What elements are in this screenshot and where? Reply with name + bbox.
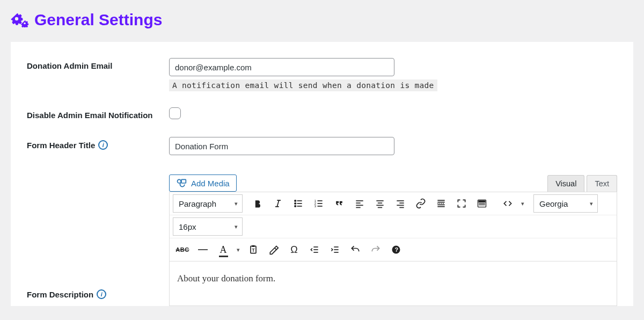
link-button[interactable] [411,194,430,213]
disable-notification-checkbox[interactable] [169,107,181,119]
font-size-select[interactable]: 16px [173,217,243,236]
paste-text-button[interactable]: T [244,241,263,259]
admin-email-input[interactable] [169,58,394,76]
text-color-dropdown-button[interactable]: ▾ [234,246,243,253]
align-center-button[interactable] [370,194,390,213]
svg-rect-36 [484,201,485,202]
tab-visual[interactable]: Visual [547,175,584,192]
special-character-button[interactable]: Ω [284,241,304,259]
bullet-list-button[interactable] [289,194,308,213]
bold-button[interactable] [248,194,267,213]
tab-text[interactable]: Text [587,175,617,192]
info-icon[interactable]: i [98,140,108,150]
svg-rect-35 [481,201,482,202]
svg-point-2 [178,179,181,183]
info-icon[interactable]: i [97,289,106,299]
row-disable-notification: Disable Admin Email Notification [27,107,617,121]
horizontal-rule-button[interactable] [193,241,213,259]
svg-rect-3 [181,179,186,183]
italic-button[interactable] [268,194,288,213]
strikethrough-button[interactable]: ABC [173,241,192,259]
svg-text:?: ? [395,246,399,253]
outdent-button[interactable] [305,241,324,259]
fullscreen-button[interactable] [452,194,471,213]
redo-button[interactable] [366,241,385,259]
row-admin-email: Donation Admin Email A notification emai… [27,58,617,91]
label-form-description: Form Description [27,290,93,299]
svg-point-4 [295,200,296,202]
help-button[interactable]: ? [386,241,406,259]
label-admin-email: Donation Admin Email [27,58,169,70]
form-header-title-input[interactable] [169,137,394,155]
undo-button[interactable] [346,241,365,259]
row-form-header-title: Form Header Title i [27,137,617,155]
svg-rect-34 [479,201,480,202]
text-color-button[interactable]: A [214,241,233,259]
page-header: General Settings [0,0,644,42]
toolbar-toggle-button[interactable] [472,194,492,213]
editor-content[interactable]: About your donation form. [169,261,617,306]
align-left-button[interactable] [350,194,369,213]
svg-point-6 [295,203,296,205]
admin-email-help: A notification email will send when a do… [169,79,437,91]
format-select[interactable]: Paragraph [173,194,243,213]
clear-formatting-button[interactable] [264,241,283,259]
label-disable-notification: Disable Admin Email Notification [27,107,169,120]
numbered-list-button[interactable]: 123 [309,194,328,213]
font-family-select[interactable]: Georgia [533,194,598,213]
blockquote-button[interactable] [330,194,349,213]
settings-gears-icon [11,12,29,27]
svg-rect-40 [252,245,255,247]
editor-toolbar: Paragraph 123 ▾ [169,192,617,261]
add-media-label: Add Media [191,179,230,188]
align-right-button[interactable] [391,194,410,213]
add-media-button[interactable]: Add Media [169,174,237,192]
code-dropdown-button[interactable]: ▾ [518,200,527,207]
settings-panel: Donation Admin Email A notification emai… [11,42,633,306]
page-title: General Settings [34,11,162,29]
row-form-description: Form Description i Add Media Visual Text [27,171,617,306]
svg-point-8 [295,206,296,207]
svg-point-1 [24,23,26,25]
indent-button[interactable] [325,241,345,259]
svg-text:3: 3 [314,205,316,208]
label-form-header-title: Form Header Title [27,141,95,150]
svg-text:T: T [252,248,255,253]
code-button[interactable] [498,194,517,213]
read-more-button[interactable] [431,194,451,213]
svg-point-0 [15,17,18,20]
